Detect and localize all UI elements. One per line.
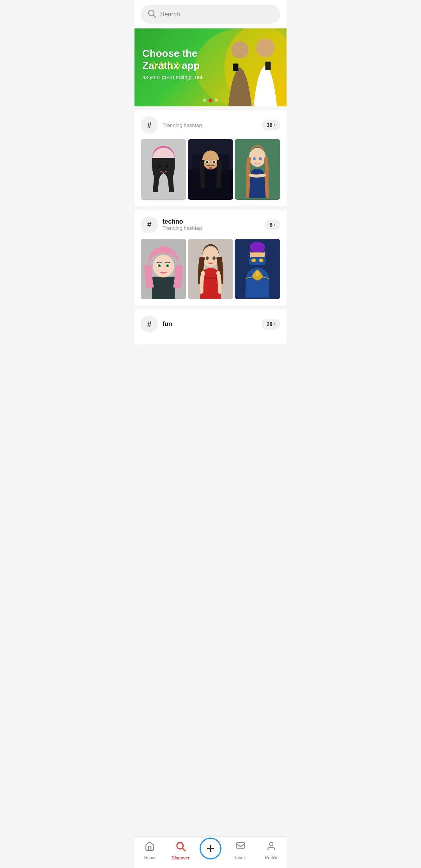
trending1-count: 38 bbox=[266, 122, 272, 128]
image-grid-trending1 bbox=[141, 139, 280, 206]
section-count-techno[interactable]: 6 › bbox=[265, 219, 280, 230]
search-icon bbox=[147, 9, 156, 20]
hashtag-icon-trending1: # bbox=[141, 116, 158, 134]
section-left-trending1: # Trending hashtag bbox=[141, 116, 202, 134]
section-info-trending1: Trending hashtag bbox=[163, 122, 202, 128]
techno-count: 6 bbox=[269, 222, 272, 228]
section-count-fun[interactable]: 28 › bbox=[262, 319, 280, 330]
section-trending1: # Trending hashtag 38 › bbox=[134, 110, 287, 206]
image-grid-techno bbox=[141, 239, 280, 306]
section-header-fun: # fun 28 › bbox=[141, 316, 280, 333]
svg-point-23 bbox=[259, 157, 262, 161]
svg-rect-12 bbox=[188, 169, 233, 200]
hashtag-icon-techno: # bbox=[141, 216, 158, 233]
section-header-trending1: # Trending hashtag 38 › bbox=[141, 116, 280, 134]
section-info-fun: fun bbox=[163, 321, 172, 328]
trending1-subtitle: Trending hashtag bbox=[163, 122, 202, 128]
svg-point-26 bbox=[153, 254, 174, 277]
svg-point-19 bbox=[213, 161, 215, 163]
fun-count: 28 bbox=[266, 321, 272, 327]
svg-point-22 bbox=[253, 157, 256, 161]
banner-dot-1[interactable] bbox=[203, 99, 206, 102]
svg-point-14 bbox=[202, 150, 219, 169]
svg-point-42 bbox=[253, 259, 255, 261]
section-header-techno: # techno Trending hashtag 6 › bbox=[141, 216, 280, 233]
svg-line-1 bbox=[154, 15, 156, 18]
svg-point-37 bbox=[212, 256, 216, 260]
grid-image-6[interactable] bbox=[235, 239, 280, 300]
svg-point-36 bbox=[205, 256, 209, 260]
fun-title: fun bbox=[163, 321, 172, 328]
section-left-fun: # fun bbox=[141, 316, 172, 333]
banner-dot-2[interactable] bbox=[209, 99, 212, 102]
svg-point-3 bbox=[231, 41, 248, 58]
fun-chevron: › bbox=[274, 321, 276, 327]
techno-title: techno bbox=[163, 218, 202, 225]
svg-point-9 bbox=[159, 165, 161, 168]
techno-subtitle: Trending hashtag bbox=[163, 225, 202, 231]
search-bar bbox=[134, 0, 287, 28]
banner-subtitle: as your go-to editing tool. bbox=[142, 74, 203, 81]
section-info-techno: techno Trending hashtag bbox=[163, 218, 202, 231]
search-input[interactable] bbox=[160, 11, 274, 18]
section-fun: # fun 28 › bbox=[134, 309, 287, 344]
grid-image-3[interactable] bbox=[235, 139, 280, 200]
svg-point-15 bbox=[209, 167, 212, 169]
trending1-chevron: › bbox=[274, 122, 276, 128]
svg-point-10 bbox=[166, 165, 168, 168]
svg-point-4 bbox=[256, 39, 274, 57]
svg-point-32 bbox=[167, 265, 168, 266]
section-count-trending1[interactable]: 38 › bbox=[262, 120, 280, 131]
search-field-container[interactable] bbox=[141, 5, 280, 24]
banner-people bbox=[203, 28, 287, 106]
svg-point-29 bbox=[159, 265, 160, 266]
grid-image-2[interactable] bbox=[188, 139, 233, 200]
banner-arrows bbox=[150, 63, 180, 69]
svg-rect-34 bbox=[203, 277, 218, 279]
hashtag-icon-fun: # bbox=[141, 316, 158, 333]
svg-rect-5 bbox=[233, 64, 238, 71]
svg-point-39 bbox=[250, 242, 265, 252]
grid-image-1[interactable] bbox=[141, 139, 186, 200]
section-techno: # techno Trending hashtag 6 › bbox=[134, 210, 287, 306]
banner: Choose theZarathx app as your go-to edit… bbox=[134, 28, 287, 106]
banner-dot-3[interactable] bbox=[215, 99, 218, 102]
section-left-techno: # techno Trending hashtag bbox=[141, 216, 202, 233]
grid-image-5[interactable] bbox=[188, 239, 233, 300]
techno-chevron: › bbox=[274, 222, 276, 228]
grid-image-4[interactable] bbox=[141, 239, 186, 300]
banner-text: Choose theZarathx app as your go-to edit… bbox=[142, 48, 203, 80]
svg-rect-25 bbox=[152, 277, 175, 299]
svg-point-17 bbox=[206, 161, 208, 163]
svg-point-44 bbox=[260, 259, 262, 261]
banner-dots bbox=[203, 99, 218, 102]
svg-rect-6 bbox=[265, 62, 271, 70]
